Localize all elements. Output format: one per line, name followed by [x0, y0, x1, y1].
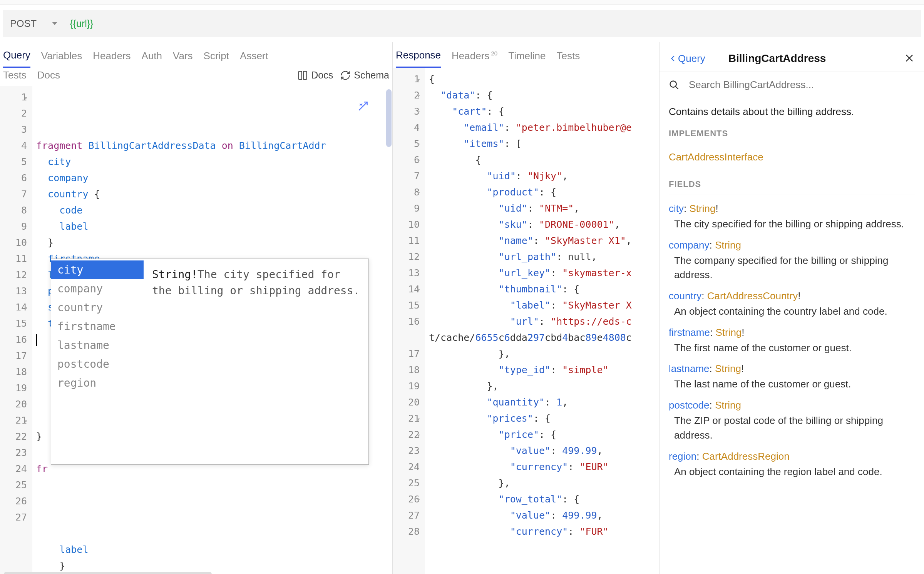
autocomplete-required-bang: !	[191, 268, 198, 281]
tab-vars[interactable]: Vars	[173, 50, 193, 67]
autocomplete-item-region[interactable]: region	[51, 374, 144, 392]
close-icon	[904, 53, 915, 63]
docs-fields-list: city: String!The city specified for the …	[669, 203, 915, 479]
docs-search-input[interactable]	[689, 79, 915, 91]
docs-field-country[interactable]: country: CartAddressCountry!	[669, 290, 915, 302]
autocomplete-item-firstname[interactable]: firstname	[51, 317, 144, 336]
docs-body: Contains details about the billing addre…	[660, 98, 924, 490]
tab-response[interactable]: Response	[396, 49, 441, 68]
tab-query[interactable]: Query	[3, 49, 30, 68]
docs-field-postcode[interactable]: postcode: String	[669, 399, 915, 411]
tab-headers[interactable]: Headers 20	[452, 50, 497, 67]
window-top-strip	[0, 0, 924, 5]
book-icon	[297, 70, 308, 81]
search-icon	[669, 80, 680, 90]
docs-field-desc: An object containing the country label a…	[674, 304, 915, 319]
magic-wand-icon[interactable]	[357, 100, 369, 113]
request-bar: POST {{url}}	[3, 10, 921, 37]
request-pane: Query Variables Headers Auth Vars Script…	[0, 42, 393, 574]
autocomplete-list[interactable]: citycompanycountryfirstnamelastnamepostc…	[51, 259, 144, 464]
docs-title: BillingCartAddress	[728, 52, 826, 65]
vertical-scrollbar[interactable]	[386, 89, 392, 147]
docs-implements-header: IMPLEMENTS	[669, 128, 915, 138]
tab-variables[interactable]: Variables	[41, 50, 82, 67]
request-tabs-primary: Query Variables Headers Auth Vars Script…	[0, 42, 392, 68]
response-code[interactable]: { "data": { "cart": { "email": "peter.bi…	[425, 68, 659, 574]
docs-field-desc: An object containing the region label an…	[674, 465, 915, 479]
docs-field-desc: The city specified for the billing or sh…	[674, 217, 915, 232]
url-input[interactable]: {{url}}	[70, 18, 93, 29]
tab-docs[interactable]: Docs	[37, 69, 60, 81]
docs-back-button[interactable]: Query	[669, 53, 705, 65]
docs-button-label: Docs	[311, 70, 333, 81]
divider	[669, 144, 915, 144]
docs-fields-header: FIELDS	[669, 179, 915, 189]
docs-field-region[interactable]: region: CartAddressRegion	[669, 451, 915, 462]
docs-field-desc: The first name of the customer or guest.	[674, 341, 915, 355]
tab-assert[interactable]: Assert	[240, 50, 268, 67]
docs-type-description: Contains details about the billing addre…	[669, 106, 915, 118]
svg-point-0	[670, 81, 676, 87]
docs-field-desc: The ZIP or postal code of the billing or…	[674, 414, 915, 442]
response-tabs: ResponseHeaders 20TimelineTests	[393, 42, 659, 68]
http-method-selector[interactable]: POST	[10, 18, 37, 29]
response-pane: ResponseHeaders 20TimelineTests 12345678…	[393, 42, 659, 574]
schema-button[interactable]: Schema	[340, 70, 389, 81]
divider	[669, 195, 915, 195]
tab-tests[interactable]: Tests	[557, 50, 580, 67]
refresh-icon	[340, 70, 351, 81]
schema-button-label: Schema	[354, 70, 389, 81]
chevron-left-icon	[669, 54, 677, 63]
docs-close-button[interactable]	[904, 53, 915, 65]
docs-implements-list: CartAddressInterface	[669, 151, 915, 163]
autocomplete-detail: String!The city specified for the billin…	[144, 259, 368, 464]
docs-sidebar: Query BillingCartAddress Contains detail…	[659, 42, 924, 574]
docs-field-city[interactable]: city: String!	[669, 203, 915, 215]
docs-field-firstname[interactable]: firstname: String!	[669, 327, 915, 339]
tab-script[interactable]: Script	[204, 50, 229, 67]
response-gutter: 1234567891011121314151617181920212223242…	[393, 68, 425, 574]
docs-field-desc: The last name of the customer or guest.	[674, 377, 915, 392]
autocomplete-popup: citycompanycountryfirstnamelastnamepostc…	[51, 259, 369, 465]
docs-back-label: Query	[678, 53, 705, 65]
autocomplete-item-company[interactable]: company	[51, 279, 144, 298]
docs-implements-link[interactable]: CartAddressInterface	[669, 151, 915, 163]
docs-field-lastname[interactable]: lastname: String!	[669, 363, 915, 375]
autocomplete-item-lastname[interactable]: lastname	[51, 336, 144, 355]
docs-header: Query BillingCartAddress	[660, 42, 924, 72]
docs-search-row	[660, 72, 924, 98]
query-gutter: 1234567891011121314151617181920212223242…	[0, 86, 32, 574]
autocomplete-item-postcode[interactable]: postcode	[51, 355, 144, 374]
tab-timeline[interactable]: Timeline	[508, 50, 546, 67]
tab-tests[interactable]: Tests	[3, 69, 27, 81]
docs-field-desc: The company specified for the billing or…	[674, 254, 915, 282]
docs-button[interactable]: Docs	[297, 70, 333, 81]
tab-headers[interactable]: Headers	[93, 50, 131, 67]
docs-field-company[interactable]: company: String	[669, 239, 915, 251]
autocomplete-item-city[interactable]: city	[51, 260, 144, 279]
autocomplete-type: String	[152, 268, 191, 281]
horizontal-scrollbar[interactable]	[4, 572, 212, 574]
response-editor[interactable]: 1234567891011121314151617181920212223242…	[393, 68, 659, 574]
chevron-down-icon[interactable]	[52, 22, 57, 25]
tab-auth[interactable]: Auth	[142, 50, 162, 67]
request-tabs-secondary: Tests Docs Docs Schema	[0, 68, 392, 86]
autocomplete-item-country[interactable]: country	[51, 298, 144, 317]
